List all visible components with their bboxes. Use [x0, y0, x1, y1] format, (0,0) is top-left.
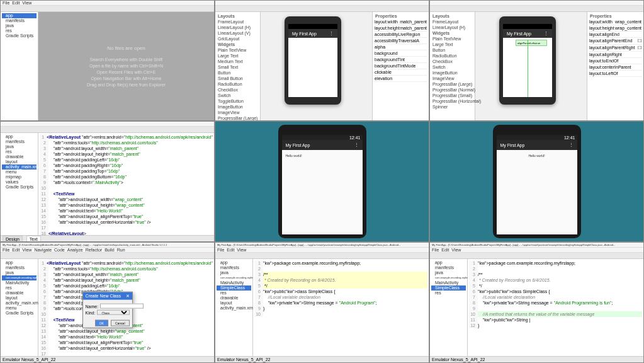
toolbar: [430, 253, 643, 259]
name-label: Name:: [86, 304, 99, 308]
editor-empty: No files are open Search Everywhere with…: [38, 12, 214, 120]
w-linh[interactable]: LinearLayout (H): [217, 25, 259, 30]
hint-1: Search Everywhere with Double Shift: [90, 57, 163, 62]
palette-layouts-header: Layouts: [217, 13, 259, 19]
menubar[interactable]: [430, 1, 643, 6]
w-tg[interactable]: ToggleButton: [217, 98, 259, 104]
cancel-button[interactable]: Cancel: [111, 320, 130, 326]
w-tv[interactable]: Plain TextView: [217, 47, 259, 53]
editor-tabs[interactable]: Design Text: [1, 235, 214, 241]
toolbar: [1, 253, 214, 259]
guide-line: [528, 40, 528, 97]
close-icon[interactable]: ✕: [126, 294, 130, 299]
project-tree[interactable]: app manifests java com.example.recording…: [215, 259, 253, 362]
phone-statusbar: 12:41: [497, 135, 577, 140]
project-tree[interactable]: app manifests java res drawable layout a…: [1, 133, 38, 241]
tree-manifests[interactable]: manifests: [2, 18, 37, 23]
toolbar: [1, 127, 214, 133]
w-st[interactable]: Small Text: [217, 64, 259, 70]
emulator-device[interactable]: 12:41 My First App⋮ Hello world!: [278, 125, 366, 238]
menu-dots-icon[interactable]: ⋮: [354, 142, 359, 147]
panel-designer-2: Layouts FrameLayout LinearLayout (H) Wid…: [429, 0, 644, 121]
menu-dots-icon[interactable]: ⋮: [569, 142, 573, 147]
device-preview[interactable]: My First App⋮: [285, 16, 341, 105]
hint-2: Open a file by name with Ctrl+Shift+N: [89, 64, 163, 68]
w-rb[interactable]: RadioButton: [217, 81, 259, 87]
w-sbtn[interactable]: Small Button: [217, 76, 259, 81]
project-tree[interactable]: app manifests java com.example.recording…: [430, 259, 468, 362]
w-lt[interactable]: Large Text: [217, 53, 259, 59]
tree-res[interactable]: res: [2, 28, 37, 33]
status-bar: Emulator Nexus_5_API_22: [1, 356, 214, 362]
titlebar: My First App - [C:\Users\Recording\Andro…: [430, 243, 643, 248]
status-bar: Emulator Nexus_5_API_22: [430, 356, 643, 362]
phone-appbar: My First App⋮: [497, 140, 577, 150]
menu-edit[interactable]: Edit: [12, 1, 20, 5]
phone-appbar: My First App⋮: [282, 140, 363, 150]
menubar[interactable]: [1, 122, 214, 127]
panel-empty-project: File Edit View app manifests java res Gr…: [0, 0, 215, 121]
w-mt[interactable]: Medium Text: [217, 59, 259, 64]
hint-3: Open Recent Files with Ctrl+E: [97, 70, 156, 74]
tab-text[interactable]: Text: [26, 236, 41, 242]
dialog-title: Create New Class✕: [83, 292, 132, 300]
w-btn[interactable]: Button: [217, 70, 259, 76]
prop-row: layout:widthmatch_parent: [374, 19, 427, 25]
menubar[interactable]: [215, 1, 429, 6]
kind-label: Kind:: [86, 310, 96, 314]
toolbar: [215, 6, 429, 12]
empty-title: No files are open: [107, 45, 145, 51]
w-linv[interactable]: LinearLayout (V): [217, 30, 259, 36]
panel-designer-1: Layouts FrameLayout LinearLayout (H) Lin…: [215, 0, 429, 121]
menu-dots-icon: ⋮: [329, 31, 334, 36]
name-input[interactable]: [100, 304, 144, 309]
palette[interactable]: Layouts FrameLayout LinearLayout (H) Wid…: [430, 12, 475, 120]
w-frame[interactable]: FrameLayout: [217, 19, 259, 25]
w-pbl[interactable]: ProgressBar (Large): [217, 115, 259, 121]
ok-button[interactable]: OK: [95, 320, 108, 326]
device-appbar: My First App⋮: [288, 29, 337, 38]
toolbar: [1, 6, 214, 12]
menubar[interactable]: File Edit View: [1, 1, 214, 6]
project-tree[interactable]: app manifests java com.example.recording…: [1, 259, 38, 362]
menubar[interactable]: FileEditView: [430, 248, 643, 253]
palette-widgets-header: Widgets: [217, 42, 259, 47]
kind-select[interactable]: Class: [97, 310, 129, 315]
tab-design[interactable]: Design: [3, 236, 23, 242]
device-preview[interactable]: My First App⋮ alignParentLeft=true: [499, 16, 556, 105]
w-rel[interactable]: GridLayout: [217, 36, 259, 42]
w-cb[interactable]: CheckBox: [217, 87, 259, 93]
emulator-device[interactable]: 12:41 My First App⋮ Hello world!: [493, 125, 581, 238]
menu-view[interactable]: View: [22, 1, 31, 5]
phone-content: Hello world!: [497, 150, 577, 161]
status-bar: Emulator Nexus_5_API_22: [215, 356, 429, 362]
menubar[interactable]: FileEditView: [215, 248, 429, 253]
drop-hint: alignParentLeft=true: [516, 40, 547, 46]
tree-app[interactable]: app: [2, 13, 37, 18]
tree-java[interactable]: java: [2, 23, 37, 28]
tree-gradle[interactable]: Gradle Scripts: [2, 33, 37, 38]
properties-panel[interactable]: Properties layout:widthwrap_content layo…: [587, 12, 643, 120]
titlebar: My First App - [C:\Users\Recording\Andro…: [215, 243, 429, 248]
project-tree[interactable]: app manifests java res Gradle Scripts: [1, 12, 38, 120]
hint-4: Open Navigation Bar with Alt+Home: [91, 76, 162, 81]
panel-new-class-dialog: My First App - [C:\Users\Recording\Andro…: [0, 242, 215, 363]
palette[interactable]: Layouts FrameLayout LinearLayout (H) Lin…: [215, 12, 261, 120]
panel-java-editor-1: My First App - [C:\Users\Recording\Andro…: [215, 242, 429, 363]
device-statusbar: [503, 24, 552, 29]
xml-editor[interactable]: 1<RelativeLayout "attr">xmlns:android="h…: [38, 133, 214, 235]
w-iv[interactable]: ImageView: [217, 110, 259, 115]
java-editor[interactable]: 1"kw">package com.example.recording.myfi…: [468, 259, 643, 356]
menu-file[interactable]: File: [3, 1, 9, 5]
java-editor[interactable]: 1"kw">package com.example.recording.myfi…: [253, 259, 429, 356]
menubar[interactable]: FileEditViewNavigateCodeAnalyzeRefactorB…: [1, 248, 214, 253]
device-appbar: My First App⋮: [503, 29, 552, 38]
w-ib[interactable]: ImageButton: [217, 104, 259, 110]
panel-emulator-1: 12:41 My First App⋮ Hello world!: [215, 121, 429, 242]
toolbar: [215, 253, 429, 259]
properties-panel[interactable]: Properties layout:widthmatch_parent layo…: [372, 12, 429, 120]
w-sw[interactable]: Switch: [217, 93, 259, 98]
panel-xml-editor: app manifests java res drawable layout a…: [0, 121, 215, 242]
hint-5: Drag and Drop file(s) here from Explorer: [87, 83, 166, 87]
panel-emulator-2: 12:41 My First App⋮ Hello world!: [429, 121, 644, 242]
